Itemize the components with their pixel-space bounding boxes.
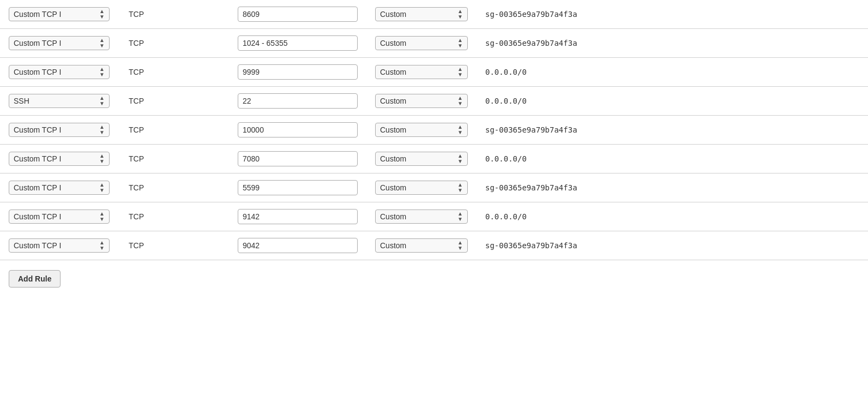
source-value-cell: sg-00365e9a79b7a4f3a (477, 173, 868, 202)
port-cell (229, 0, 366, 29)
type-select[interactable]: Custom TCP ISSHHTTPHTTPSCustom UDP IAll … (14, 68, 105, 76)
rules-table-container: Custom TCP ISSHHTTPHTTPSCustom UDP IAll … (0, 0, 868, 407)
source-type-cell: CustomAnywhereMy IP▲▼ (366, 231, 477, 260)
source-type-cell: CustomAnywhereMy IP▲▼ (366, 0, 477, 29)
protocol-cell: TCP (120, 58, 229, 87)
type-select[interactable]: Custom TCP ISSHHTTPHTTPSCustom UDP IAll … (14, 125, 105, 134)
port-cell (229, 29, 366, 58)
type-select-wrapper: Custom TCP ISSHHTTPHTTPSCustom UDP IAll … (9, 181, 110, 195)
port-input[interactable] (238, 93, 358, 109)
source-type-cell: CustomAnywhereMy IP▲▼ (366, 202, 477, 231)
port-input[interactable] (238, 238, 358, 253)
source-type-select[interactable]: CustomAnywhereMy IP (380, 39, 463, 47)
source-type-select[interactable]: CustomAnywhereMy IP (380, 241, 463, 250)
source-value-text: 0.0.0.0/0 (485, 68, 527, 76)
source-select-wrapper: CustomAnywhereMy IP▲▼ (375, 238, 468, 253)
protocol-text: TCP (129, 241, 144, 250)
type-select[interactable]: Custom TCP ISSHHTTPHTTPSCustom UDP IAll … (14, 39, 105, 47)
table-row: Custom TCP ISSHHTTPHTTPSCustom UDP IAll … (0, 0, 868, 29)
source-type-cell: CustomAnywhereMy IP▲▼ (366, 173, 477, 202)
type-select-wrapper: Custom TCP ISSHHTTPHTTPSCustom UDP IAll … (9, 36, 110, 50)
table-row: Custom TCP ISSHHTTPHTTPSCustom UDP IAll … (0, 145, 868, 173)
port-input[interactable] (238, 151, 358, 166)
type-select[interactable]: Custom TCP ISSHHTTPHTTPSCustom UDP IAll … (14, 183, 105, 192)
source-select-wrapper: CustomAnywhereMy IP▲▼ (375, 36, 468, 50)
type-cell: Custom TCP ISSHHTTPHTTPSCustom UDP IAll … (0, 58, 120, 87)
port-input[interactable] (238, 122, 358, 137)
protocol-text: TCP (129, 125, 144, 134)
type-select-wrapper: Custom TCP ISSHHTTPHTTPSCustom UDP IAll … (9, 65, 110, 79)
type-cell: Custom TCP ISSHHTTPHTTPSCustom UDP IAll … (0, 231, 120, 260)
source-type-select[interactable]: CustomAnywhereMy IP (380, 68, 463, 76)
table-row: Custom TCP ISSHHTTPHTTPSCustom UDP IAll … (0, 87, 868, 116)
port-cell (229, 87, 366, 116)
source-type-cell: CustomAnywhereMy IP▲▼ (366, 29, 477, 58)
source-select-wrapper: CustomAnywhereMy IP▲▼ (375, 7, 468, 21)
source-value-text: 0.0.0.0/0 (485, 212, 527, 221)
table-row: Custom TCP ISSHHTTPHTTPSCustom UDP IAll … (0, 29, 868, 58)
port-cell (229, 145, 366, 173)
type-cell: Custom TCP ISSHHTTPHTTPSCustom UDP IAll … (0, 0, 120, 29)
type-select-wrapper: Custom TCP ISSHHTTPHTTPSCustom UDP IAll … (9, 238, 110, 253)
protocol-text: TCP (129, 212, 144, 221)
protocol-cell: TCP (120, 29, 229, 58)
type-select[interactable]: Custom TCP ISSHHTTPHTTPSCustom UDP IAll … (14, 212, 105, 221)
source-select-wrapper: CustomAnywhereMy IP▲▼ (375, 65, 468, 79)
source-type-cell: CustomAnywhereMy IP▲▼ (366, 87, 477, 116)
port-input[interactable] (238, 180, 358, 195)
type-select-wrapper: Custom TCP ISSHHTTPHTTPSCustom UDP IAll … (9, 210, 110, 224)
source-value-text: sg-00365e9a79b7a4f3a (485, 39, 577, 47)
type-select-wrapper: Custom TCP ISSHHTTPHTTPSCustom UDP IAll … (9, 123, 110, 137)
type-cell: Custom TCP ISSHHTTPHTTPSCustom UDP IAll … (0, 173, 120, 202)
type-cell: Custom TCP ISSHHTTPHTTPSCustom UDP IAll … (0, 202, 120, 231)
port-input[interactable] (238, 209, 358, 224)
add-rule-button[interactable]: Add Rule (9, 270, 61, 288)
source-value-cell: sg-00365e9a79b7a4f3a (477, 231, 868, 260)
type-select-wrapper: Custom TCP ISSHHTTPHTTPSCustom UDP IAll … (9, 94, 110, 108)
type-select[interactable]: Custom TCP ISSHHTTPHTTPSCustom UDP IAll … (14, 10, 105, 19)
source-value-cell: sg-00365e9a79b7a4f3a (477, 116, 868, 145)
protocol-cell: TCP (120, 0, 229, 29)
port-input[interactable] (238, 64, 358, 80)
source-type-select[interactable]: CustomAnywhereMy IP (380, 10, 463, 19)
type-cell: Custom TCP ISSHHTTPHTTPSCustom UDP IAll … (0, 29, 120, 58)
port-cell (229, 116, 366, 145)
protocol-text: TCP (129, 97, 144, 105)
protocol-text: TCP (129, 183, 144, 192)
table-row: Custom TCP ISSHHTTPHTTPSCustom UDP IAll … (0, 202, 868, 231)
type-select-wrapper: Custom TCP ISSHHTTPHTTPSCustom UDP IAll … (9, 7, 110, 21)
table-row: Custom TCP ISSHHTTPHTTPSCustom UDP IAll … (0, 173, 868, 202)
source-value-text: sg-00365e9a79b7a4f3a (485, 183, 577, 192)
source-value-cell: 0.0.0.0/0 (477, 58, 868, 87)
type-select[interactable]: Custom TCP ISSHHTTPHTTPSCustom UDP IAll … (14, 241, 105, 250)
table-row: Custom TCP ISSHHTTPHTTPSCustom UDP IAll … (0, 231, 868, 260)
port-input[interactable] (238, 35, 358, 51)
source-type-select[interactable]: CustomAnywhereMy IP (380, 97, 463, 105)
source-type-select[interactable]: CustomAnywhereMy IP (380, 154, 463, 163)
source-value-cell: sg-00365e9a79b7a4f3a (477, 0, 868, 29)
source-value-text: sg-00365e9a79b7a4f3a (485, 125, 577, 134)
source-select-wrapper: CustomAnywhereMy IP▲▼ (375, 94, 468, 108)
protocol-text: TCP (129, 10, 144, 19)
protocol-cell: TCP (120, 231, 229, 260)
source-type-select[interactable]: CustomAnywhereMy IP (380, 125, 463, 134)
source-value-cell: 0.0.0.0/0 (477, 202, 868, 231)
source-value-cell: sg-00365e9a79b7a4f3a (477, 29, 868, 58)
source-type-cell: CustomAnywhereMy IP▲▼ (366, 58, 477, 87)
source-select-wrapper: CustomAnywhereMy IP▲▼ (375, 181, 468, 195)
type-select[interactable]: Custom TCP ISSHHTTPHTTPSCustom UDP IAll … (14, 154, 105, 163)
port-cell (229, 173, 366, 202)
source-select-wrapper: CustomAnywhereMy IP▲▼ (375, 152, 468, 166)
type-select[interactable]: Custom TCP ISSHHTTPHTTPSCustom UDP IAll … (14, 97, 105, 105)
protocol-cell: TCP (120, 202, 229, 231)
protocol-cell: TCP (120, 87, 229, 116)
source-type-cell: CustomAnywhereMy IP▲▼ (366, 116, 477, 145)
protocol-cell: TCP (120, 116, 229, 145)
port-input[interactable] (238, 7, 358, 22)
type-select-wrapper: Custom TCP ISSHHTTPHTTPSCustom UDP IAll … (9, 152, 110, 166)
source-type-select[interactable]: CustomAnywhereMy IP (380, 183, 463, 192)
protocol-text: TCP (129, 68, 144, 76)
source-select-wrapper: CustomAnywhereMy IP▲▼ (375, 210, 468, 224)
source-value-text: 0.0.0.0/0 (485, 97, 527, 105)
source-type-select[interactable]: CustomAnywhereMy IP (380, 212, 463, 221)
